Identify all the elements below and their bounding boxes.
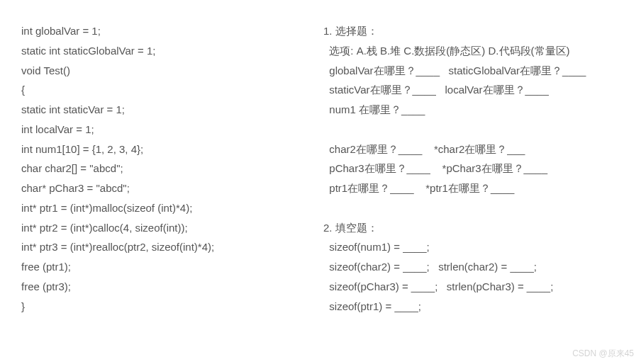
blank-line	[323, 120, 627, 140]
options-line: 选项: A.栈 B.堆 C.数据段(静态区) D.代码段(常量区)	[323, 41, 627, 61]
question-line: sizeof(char2) = ____; strlen(char2) = __…	[323, 257, 627, 277]
code-line: char* pChar3 = "abcd";	[21, 178, 305, 198]
question-line: sizeof(ptr1) = ____;	[323, 297, 627, 317]
blank-line	[323, 198, 627, 218]
code-column: int globalVar = 1; static int staticGlob…	[21, 21, 305, 316]
content-root: int globalVar = 1; static int staticGlob…	[0, 0, 641, 316]
code-line: int globalVar = 1;	[21, 21, 305, 41]
question-line: sizeof(pChar3) = ____; strlen(pChar3) = …	[323, 277, 627, 297]
code-line: {	[21, 80, 305, 100]
code-line: free (ptr1);	[21, 257, 305, 277]
question-line: ptr1在哪里？____ *ptr1在哪里？____	[323, 178, 627, 198]
question-line: char2在哪里？____ *char2在哪里？___	[323, 140, 627, 159]
section-heading-1: 1. 选择题：	[323, 21, 627, 41]
code-line: static int staticVar = 1;	[21, 100, 305, 120]
question-line: globalVar在哪里？____ staticGlobalVar在哪里？___…	[323, 61, 627, 81]
watermark: CSDN @原来45	[572, 348, 634, 360]
code-line: void Test()	[21, 61, 305, 81]
code-line: int* ptr1 = (int*)malloc(sizeof (int)*4)…	[21, 198, 305, 218]
code-line: static int staticGlobalVar = 1;	[21, 41, 305, 61]
code-line: int* ptr3 = (int*)realloc(ptr2, sizeof(i…	[21, 237, 305, 257]
question-line: num1 在哪里？____	[323, 100, 627, 120]
question-line: sizeof(num1) = ____;	[323, 237, 627, 257]
question-column: 1. 选择题： 选项: A.栈 B.堆 C.数据段(静态区) D.代码段(常量区…	[319, 21, 627, 316]
code-line: int num1[10] = {1, 2, 3, 4};	[21, 140, 305, 159]
code-line: }	[21, 297, 305, 317]
question-line: pChar3在哪里？____ *pChar3在哪里？____	[323, 159, 627, 178]
question-line: staticVar在哪里？____ localVar在哪里？____	[323, 80, 627, 100]
code-line: free (ptr3);	[21, 277, 305, 297]
code-line: char char2[] = "abcd";	[21, 159, 305, 178]
code-line: int* ptr2 = (int*)calloc(4, sizeof(int))…	[21, 218, 305, 238]
section-heading-2: 2. 填空题：	[323, 218, 627, 238]
code-line: int localVar = 1;	[21, 120, 305, 140]
